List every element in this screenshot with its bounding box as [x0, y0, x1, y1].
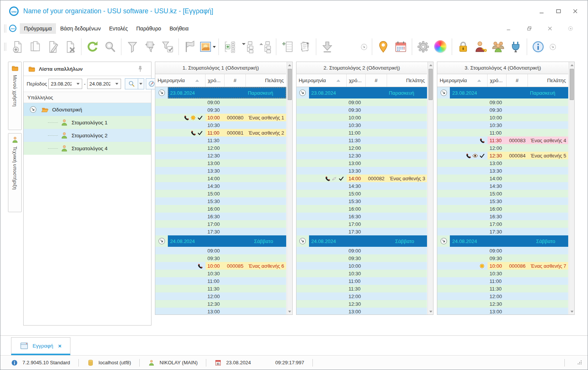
time-slot-row[interactable]: 12:30 — [155, 300, 286, 308]
header-time[interactable]: χρό... — [488, 74, 507, 87]
scrollbar-thumb[interactable] — [288, 69, 292, 100]
filter-columns-button[interactable] — [141, 38, 159, 56]
user-icon[interactable] — [148, 359, 155, 366]
new-record-button[interactable] — [9, 38, 26, 56]
header-client[interactable]: Πελάτης — [528, 74, 568, 87]
image-select-dropdown-icon[interactable] — [213, 46, 216, 48]
menu-item-Πρόγραμμα[interactable]: Πρόγραμμα — [20, 23, 56, 34]
time-slot-row[interactable]: 09:00 — [155, 98, 286, 106]
time-slot-row[interactable]: 11:00 — [437, 277, 568, 285]
info-button[interactable] — [529, 38, 547, 56]
collapse-day-icon[interactable] — [158, 237, 166, 245]
filter-button[interactable] — [124, 38, 141, 56]
time-slot-row[interactable]: 09:00 — [437, 247, 568, 254]
plugin-button[interactable] — [507, 38, 524, 56]
side-tab-user-menu[interactable]: Μενού χρήστη — [8, 62, 22, 130]
scrollbar-thumb[interactable] — [570, 69, 574, 100]
time-slot-row[interactable]: 10:30 — [437, 270, 568, 277]
time-slot-row[interactable]: 17:00 — [437, 220, 568, 228]
appointment-row[interactable]: 11:30000083Ένας ασθενής 4 — [437, 137, 568, 144]
scrollbar-thumb[interactable] — [429, 69, 433, 100]
time-slot-row[interactable]: 11:00 — [437, 129, 568, 137]
close-button[interactable] — [569, 6, 581, 16]
time-slot-row[interactable]: 15:30 — [437, 197, 568, 205]
menu-item-Βοήθεια[interactable]: Βοήθεια — [165, 23, 193, 34]
time-slot-row[interactable]: 12:30 — [437, 300, 568, 308]
header-date[interactable]: Ημερομηνία — [296, 74, 347, 87]
time-slot-row[interactable]: 10:30 — [155, 270, 286, 277]
edit-record-button[interactable] — [44, 38, 61, 56]
time-slot-row[interactable]: 13:30 — [155, 167, 286, 175]
time-slot-row[interactable]: 16:00 — [437, 205, 568, 213]
menu-item-Εντολές[interactable]: Εντολές — [105, 23, 132, 34]
time-slot-row[interactable]: 14:00 — [437, 175, 568, 182]
header-time[interactable]: χρό... — [347, 74, 366, 87]
appointment-row[interactable]: 10:00000086Ένας ασθενής 7 — [437, 262, 568, 270]
tree-item-employee[interactable]: Στοματολόγος 1 — [24, 116, 151, 129]
time-slot-row[interactable]: 14:30 — [437, 182, 568, 190]
time-slot-row[interactable]: 17:30 — [155, 228, 286, 235]
time-slot-row[interactable]: 10:30 — [155, 121, 286, 129]
color-theme-button[interactable] — [432, 38, 449, 56]
time-slot-row[interactable]: 11:00 — [296, 277, 427, 285]
time-slot-row[interactable]: 09:30 — [296, 254, 427, 262]
mdi-minimize-button[interactable] — [503, 24, 515, 33]
appointment-row[interactable]: 12:30000084Ένας ασθενής 5 — [437, 152, 568, 159]
time-slot-row[interactable]: 13:30 — [437, 167, 568, 175]
date-row[interactable]: 24.08.2024Σάββατο — [155, 235, 286, 247]
time-slot-row[interactable]: 11:30 — [437, 285, 568, 292]
time-slot-row[interactable]: 16:00 — [155, 205, 286, 213]
header-number[interactable]: # — [225, 74, 246, 87]
appointment-row[interactable]: 10:00000080Ένας ασθενής 1 — [155, 114, 286, 121]
time-slot-row[interactable]: 13:00 — [437, 159, 568, 167]
time-slot-row[interactable]: 13:30 — [296, 167, 427, 175]
time-slot-row[interactable]: 11:00 — [155, 277, 286, 285]
appointment-row[interactable]: 10:00000085Ένας ασθενής 6 — [155, 262, 286, 270]
copy-record-button[interactable] — [26, 38, 44, 56]
calendar-button[interactable] — [392, 38, 410, 56]
side-tab-tech-support[interactable]: Τεχνική υποστήριξη — [8, 133, 22, 212]
scroll-down-icon[interactable] — [287, 308, 293, 314]
header-date[interactable]: Ημερομηνία — [437, 74, 488, 87]
time-slot-row[interactable]: 17:30 — [437, 228, 568, 235]
time-slot-row[interactable]: 15:00 — [155, 190, 286, 197]
collapse-day-icon[interactable] — [298, 89, 307, 97]
flag-button[interactable] — [181, 38, 199, 56]
minimize-button[interactable] — [536, 6, 547, 16]
menu-drag-grip[interactable] — [4, 24, 6, 33]
overflow-chevron-button[interactable] — [547, 38, 558, 56]
tab-close-icon[interactable]: × — [58, 343, 62, 349]
tree-root-department[interactable]: Οδοντιατρική — [24, 103, 151, 116]
time-slot-row[interactable]: 13:00 — [155, 159, 286, 167]
time-slot-row[interactable]: 09:00 — [437, 98, 568, 106]
time-slot-row[interactable]: 09:00 — [296, 247, 427, 254]
vertical-scrollbar[interactable] — [287, 62, 292, 314]
tree-expand-button[interactable] — [256, 38, 274, 56]
time-slot-row[interactable]: 15:00 — [437, 190, 568, 197]
settings-button[interactable] — [414, 38, 432, 56]
time-slot-row[interactable]: 16:30 — [296, 213, 427, 220]
time-slot-row[interactable]: 17:30 — [296, 228, 427, 235]
time-slot-row[interactable]: 11:30 — [155, 285, 286, 292]
date-row[interactable]: 23.08.2024Παρασκευή — [437, 87, 568, 98]
resize-grip[interactable] — [577, 360, 582, 365]
header-time[interactable]: χρό... — [206, 74, 225, 87]
date-row[interactable]: 23.08.2024Παρασκευή — [155, 87, 286, 98]
info-status-icon[interactable] — [11, 359, 18, 366]
overflow-chevron-button[interactable] — [358, 38, 370, 56]
time-slot-row[interactable]: 12:00 — [437, 144, 568, 152]
collapse-day-icon[interactable] — [440, 237, 448, 245]
time-slot-row[interactable]: 15:30 — [296, 197, 427, 205]
time-slot-row[interactable]: 09:30 — [437, 106, 568, 114]
time-slot-row[interactable]: 11:30 — [155, 137, 286, 144]
time-slot-row[interactable]: 13:00 — [296, 308, 427, 315]
collapse-day-icon[interactable] — [440, 89, 448, 97]
header-client[interactable]: Πελάτης — [387, 74, 427, 87]
user-permissions-button[interactable] — [472, 38, 489, 56]
tree-collapse-button[interactable] — [239, 38, 256, 56]
header-number[interactable]: # — [507, 74, 528, 87]
time-slot-row[interactable]: 15:00 — [296, 190, 427, 197]
time-slot-row[interactable]: 10:30 — [437, 121, 568, 129]
date-row[interactable]: 24.08.2024Σάββατο — [296, 235, 427, 247]
time-slot-row[interactable]: 11:30 — [296, 285, 427, 292]
